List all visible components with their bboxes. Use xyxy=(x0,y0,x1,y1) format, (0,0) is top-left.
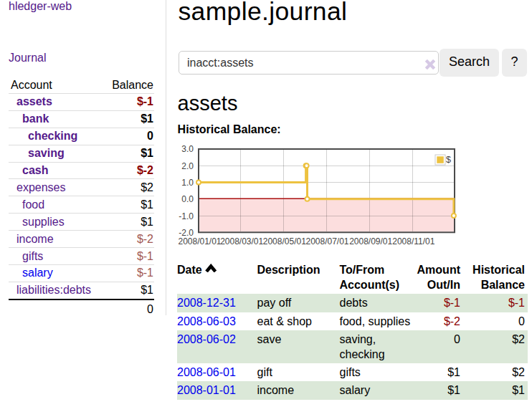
svg-text:2008/01/01: 2008/01/01 xyxy=(178,236,221,246)
svg-text:3.0: 3.0 xyxy=(181,144,194,154)
svg-text:$: $ xyxy=(446,155,451,165)
svg-text:1.0: 1.0 xyxy=(181,178,194,188)
svg-text:-1.0: -1.0 xyxy=(179,211,194,221)
svg-text:0.0: 0.0 xyxy=(181,194,194,204)
svg-text:2008/03/01: 2008/03/01 xyxy=(220,236,263,246)
svg-text:2008/07/01: 2008/07/01 xyxy=(305,236,348,246)
svg-text:2008/09/01: 2008/09/01 xyxy=(349,236,392,246)
svg-text:2008/11/01: 2008/11/01 xyxy=(392,236,434,246)
svg-text:2008/05/01: 2008/05/01 xyxy=(263,236,306,246)
svg-text:2.0: 2.0 xyxy=(181,161,194,171)
